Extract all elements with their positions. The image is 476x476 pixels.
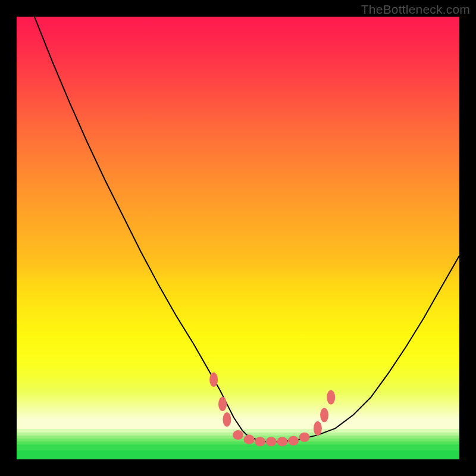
curve-marker — [218, 397, 227, 411]
plot-area — [17, 17, 459, 459]
chart-frame: TheBottleneck.com — [0, 0, 476, 476]
curve-marker — [233, 430, 243, 440]
curve-marker — [266, 437, 277, 446]
watermark-text: TheBottleneck.com — [361, 2, 470, 17]
curve-marker — [327, 390, 335, 405]
curve-marker — [314, 421, 322, 436]
curve-marker — [209, 372, 218, 387]
curve-marker — [277, 437, 287, 446]
curve-layer — [17, 17, 459, 459]
curve-marker — [255, 437, 265, 446]
curve-marker — [223, 412, 231, 427]
curve-marker — [288, 436, 299, 446]
curve-marker — [320, 408, 328, 422]
curve-marker — [299, 433, 310, 442]
curve-marker — [244, 435, 255, 444]
bottleneck-curve — [35, 17, 459, 441]
